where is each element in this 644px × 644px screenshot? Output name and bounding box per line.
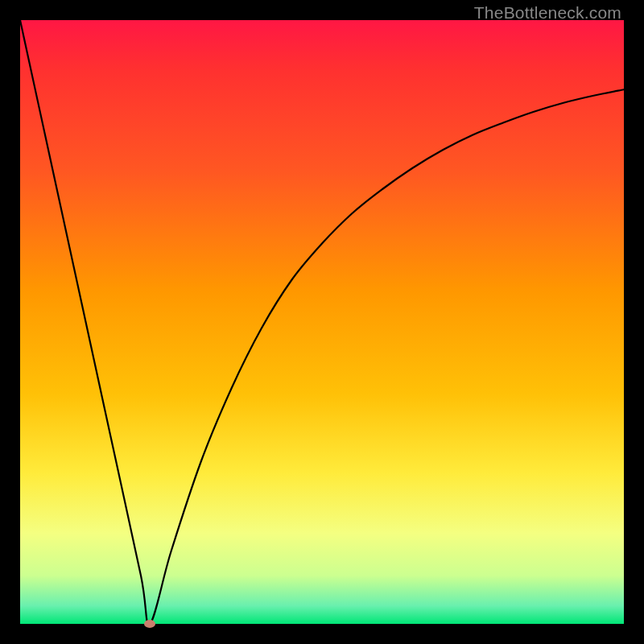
chart-frame: TheBottleneck.com — [0, 0, 644, 644]
optimum-marker — [144, 620, 155, 628]
plot-background-gradient — [20, 20, 624, 624]
watermark-text: TheBottleneck.com — [474, 3, 621, 23]
